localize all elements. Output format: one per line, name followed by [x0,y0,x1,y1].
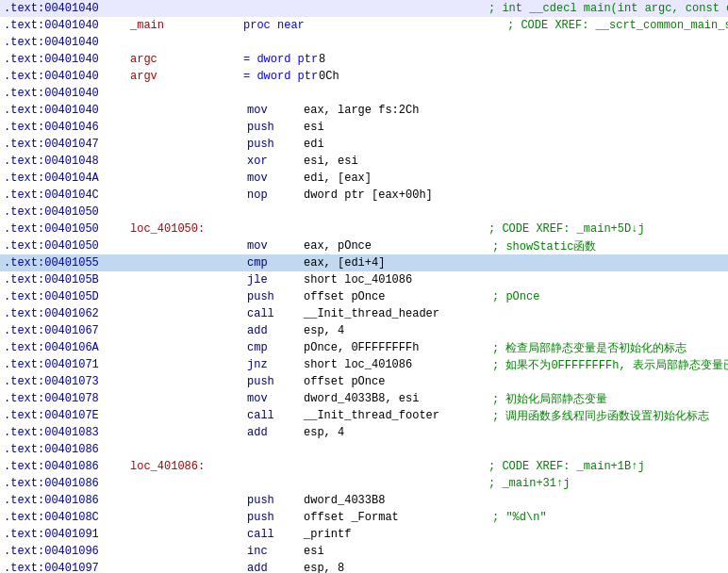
line-addr: .text:00401055 [4,256,126,270]
line-addr: .text:00401050 [4,222,126,236]
line-comment: ; "%d\n" [492,511,547,524]
line-comment: ; 检查局部静态变量是否初始化的标志 [492,340,687,356]
code-line[interactable]: .text:0040105Dpushoffset pOnce; pOnce [0,288,728,305]
line-addr: .text:00401078 [4,392,126,405]
line-addr: .text:00401062 [4,307,126,320]
line-mnemonic: cmp [247,256,304,270]
line-addr: .text:00401086 [4,443,126,456]
code-line[interactable]: .text:00401040 [0,34,728,51]
line-comment: ; 调用函数多线程同步函数设置初始化标志 [492,408,709,424]
code-line[interactable]: .text:00401071jnzshort loc_401086; 如果不为0… [0,356,728,373]
code-line[interactable]: .text:0040108Cpushoffset _Format; "%d\n" [0,509,728,526]
code-line[interactable]: .text:00401040; int __cdecl main(int arg… [0,0,728,17]
line-operand: offset pOnce [304,375,492,388]
line-comment: ; _main+31↑j [488,477,570,490]
line-mnemonic: nop [247,188,304,202]
code-line[interactable]: .text:00401073pushoffset pOnce [0,373,728,390]
code-line[interactable]: .text:00401097addesp, 8 [0,560,728,573]
line-addr: .text:00401047 [4,138,126,151]
code-line[interactable]: .text:00401078movdword_4033B8, esi; 初始化局… [0,390,728,407]
line-label: _main [130,19,243,32]
line-addr: .text:00401050 [4,239,126,253]
line-mnemonic: call [247,307,304,320]
code-line[interactable]: .text:0040104Amovedi, [eax] [0,170,728,187]
line-mnemonic: mov [247,392,304,405]
line-addr: .text:00401097 [4,562,126,573]
line-addr: .text:00401040 [4,2,126,15]
code-line[interactable]: .text:00401050loc_401050:; CODE XREF: _m… [0,221,728,237]
line-mnemonic: call [247,528,304,541]
line-mnemonic: = dword ptr [243,53,319,66]
code-line[interactable]: .text:00401040argc= dword ptr8 [0,51,728,68]
line-addr: .text:0040104A [4,172,126,185]
line-addr: .text:00401073 [4,375,126,388]
line-comment: ; CODE XREF: _main+1B↑j [488,460,645,473]
line-addr: .text:00401086 [4,494,126,507]
code-line[interactable]: .text:00401062call__Init_thread_header [0,305,728,322]
code-line[interactable]: .text:00401040argv= dword ptr0Ch [0,68,728,85]
line-operand: esi [304,545,492,558]
line-operand: pOnce, 0FFFFFFFFh [304,341,492,354]
line-mnemonic: push [247,290,304,303]
code-line[interactable]: .text:00401050moveax, pOnce; showStatic函… [0,237,728,254]
line-mnemonic: = dword ptr [243,70,319,83]
line-operand: __Init_thread_footer [304,409,492,422]
code-line[interactable]: .text:0040105Bjleshort loc_401086 [0,271,728,288]
line-comment: ; CODE XREF: _main+5D↓j [488,222,645,236]
code-line[interactable]: .text:00401055cmpeax, [edi+4] [0,254,728,271]
line-operand: __Init_thread_header [304,307,492,320]
line-mnemonic: cmp [247,341,304,354]
line-operand: _printf [304,528,492,541]
line-operand: eax, [edi+4] [304,256,492,270]
line-comment: ; pOnce [492,290,539,303]
code-line[interactable]: .text:00401040 [0,85,728,102]
line-addr: .text:00401040 [4,87,126,100]
code-line[interactable]: .text:00401040_mainproc near; CODE XREF:… [0,17,728,34]
line-addr: .text:00401091 [4,528,126,541]
line-label: argv [130,70,243,83]
line-addr: .text:00401046 [4,121,126,134]
code-line[interactable]: .text:00401083addesp, 4 [0,424,728,441]
code-line[interactable]: .text:00401086 [0,441,728,458]
line-mnemonic: mov [247,104,304,117]
line-operand: short loc_401086 [304,358,492,371]
line-addr: .text:00401071 [4,358,126,371]
code-line[interactable]: .text:00401086loc_401086:; CODE XREF: _m… [0,458,728,475]
code-line[interactable]: .text:00401086pushdword_4033B8 [0,492,728,509]
line-addr: .text:00401040 [4,36,126,49]
line-mnemonic: push [247,511,304,524]
line-mnemonic: push [247,375,304,388]
code-line[interactable]: .text:00401091call_printf [0,526,728,543]
line-addr: .text:00401086 [4,460,126,473]
line-addr: .text:0040106A [4,341,126,354]
line-mnemonic: jnz [247,358,304,371]
line-addr: .text:00401086 [4,477,126,490]
line-label: argc [130,53,243,66]
code-line[interactable]: .text:00401046pushesi [0,119,728,136]
line-mnemonic: push [247,138,304,151]
line-mnemonic: proc near [243,19,319,32]
line-operand: esp, 4 [304,426,492,439]
line-operand: dword_4033B8, esi [304,392,492,405]
code-line[interactable]: .text:0040104Cnopdword ptr [eax+00h] [0,187,728,204]
code-line[interactable]: .text:00401086; _main+31↑j [0,475,728,492]
line-operand: eax, large fs:2Ch [304,104,492,117]
code-line[interactable]: .text:00401050 [0,204,728,221]
line-operand: offset pOnce [304,290,492,303]
line-addr: .text:00401048 [4,155,126,168]
line-comment: ; showStatic函数 [492,238,596,254]
line-mnemonic: push [247,494,304,507]
line-mnemonic: xor [247,155,304,168]
code-line[interactable]: .text:0040106AcmppOnce, 0FFFFFFFFh; 检查局部… [0,339,728,356]
line-mnemonic: add [247,426,304,439]
code-line[interactable]: .text:00401067addesp, 4 [0,322,728,339]
line-operand: esi, esi [304,155,492,168]
code-line[interactable]: .text:0040107Ecall__Init_thread_footer; … [0,407,728,424]
line-mnemonic: call [247,409,304,422]
line-operand: dword_4033B8 [304,494,492,507]
code-line[interactable]: .text:00401096incesi [0,543,728,560]
code-line[interactable]: .text:00401048xoresi, esi [0,153,728,170]
code-line[interactable]: .text:00401047pushedi [0,136,728,153]
line-operand: 8 [319,53,507,66]
code-line[interactable]: .text:00401040moveax, large fs:2Ch [0,102,728,119]
